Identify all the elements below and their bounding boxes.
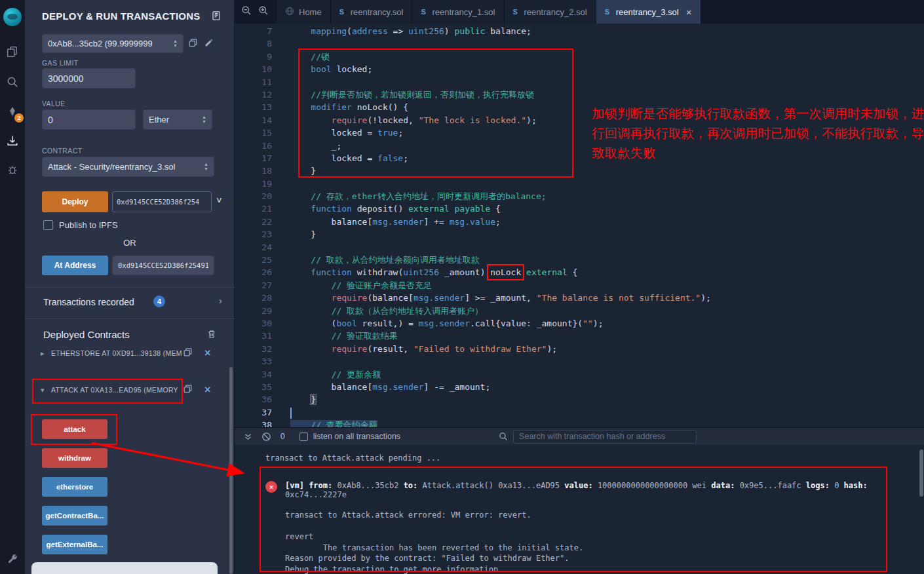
value-unit-select[interactable]: Ether ▲▼	[143, 109, 212, 130]
tab-reentrancy-sol[interactable]: Sreentrancy.sol	[331, 0, 413, 24]
debugger-icon[interactable]	[0, 159, 25, 181]
line-number: 8	[235, 37, 272, 50]
code-line: 10 bool locked;	[235, 63, 924, 75]
code-line: 36 }	[235, 393, 924, 406]
token: );	[701, 293, 711, 303]
publish-ipfs-checkbox[interactable]	[43, 220, 53, 230]
text-cursor	[290, 408, 292, 419]
at-address-input[interactable]	[112, 256, 214, 275]
token	[290, 52, 311, 62]
panel-title: DEPLOY & RUN TRANSACTIONS	[42, 10, 200, 22]
token: balance[	[290, 217, 372, 227]
code-editor[interactable]: 7 mapping(address => uint256) public bal…	[235, 24, 924, 427]
terminal-line	[285, 521, 924, 532]
token: withdraw(	[352, 267, 403, 277]
log-label: data:	[711, 481, 735, 490]
code-text: modifier noLock() {	[272, 101, 408, 113]
account-select[interactable]: 0xAb8...35cb2 (99.9999999 ▲▼	[42, 34, 183, 53]
line-number: 18	[235, 164, 272, 177]
sidebar-scrollbar[interactable]	[229, 367, 233, 574]
copy-address-icon[interactable]	[183, 347, 199, 359]
solidity-compiler-icon[interactable]: 2	[0, 101, 25, 123]
token: "Failed to withdraw Ether"	[414, 344, 547, 354]
deploy-button[interactable]: Deploy	[42, 191, 108, 212]
copy-address-icon[interactable]	[183, 384, 199, 396]
terminal-output[interactable]: transact to Attack.attack pending ... ✕ …	[235, 445, 924, 574]
token	[290, 280, 332, 290]
line-number: 25	[235, 254, 272, 266]
remix-logo[interactable]	[3, 8, 22, 26]
tab-reentrancy_2-sol[interactable]: Sreentrancy_2.sol	[505, 0, 596, 24]
file-explorer-icon[interactable]	[0, 41, 25, 63]
copy-account-icon[interactable]	[189, 38, 197, 50]
gas-limit-input[interactable]	[42, 68, 136, 88]
terminal-search-icon	[499, 432, 508, 441]
expand-icon[interactable]: ▸	[41, 349, 51, 358]
token: )	[444, 26, 455, 36]
contract-method-etherstore-button[interactable]: etherstore	[42, 477, 107, 497]
contract-label: CONTRACT	[42, 147, 83, 155]
token: function	[311, 267, 352, 277]
tab-reentrancy_3-sol[interactable]: Sreentrancy_3.sol×	[596, 0, 701, 24]
line-number: 12	[235, 88, 272, 101]
contract-select[interactable]: Attack - Security/reentrancy_3.sol ▲▼	[42, 157, 214, 177]
log-label: value:	[564, 481, 592, 490]
deployed-contract-item[interactable]: ▾ATTACK AT 0XA13...EAD95 (MEMORY×	[25, 380, 235, 400]
clear-console-icon[interactable]	[261, 432, 271, 442]
tab-bar: HomeSreentrancy.solSreentrancy_1.solSree…	[235, 0, 924, 24]
transactions-expand-icon[interactable]: ›	[219, 295, 222, 306]
remove-contract-icon[interactable]: ×	[204, 384, 210, 396]
transactions-count-badge: 4	[153, 296, 165, 307]
terminal-search-input[interactable]	[513, 430, 697, 444]
log-label: hash:	[844, 481, 868, 490]
expand-terminal-icon[interactable]	[244, 432, 252, 441]
token: "The lock is locked."	[419, 115, 526, 125]
unit-stepper-icon[interactable]: ▲▼	[202, 115, 206, 124]
edit-account-icon[interactable]	[204, 38, 213, 50]
search-icon[interactable]	[0, 71, 25, 93]
log-value: Attack.attack() 0xa13...eAD95	[417, 481, 564, 490]
plugin-manager-icon[interactable]	[0, 548, 25, 570]
remove-contract-icon[interactable]: ×	[204, 347, 210, 359]
contract-method-getexternalba-button[interactable]: getExternalBa...	[42, 535, 107, 554]
tab-home[interactable]: Home	[277, 0, 331, 24]
window-scrollbar[interactable]	[919, 450, 923, 497]
deploy-expand-icon[interactable]: ˅	[216, 195, 222, 206]
token	[290, 344, 332, 354]
log-value: 0xAb8...35cb2	[332, 481, 403, 490]
contract-method-withdraw-button[interactable]: withdraw	[42, 448, 107, 468]
token: locked =	[290, 128, 377, 138]
value-input[interactable]	[42, 109, 136, 130]
line-number: 37	[235, 406, 272, 419]
listen-transactions-checkbox[interactable]	[299, 432, 308, 441]
deploy-address-field[interactable]: 0xd9145CCE52D386f254	[112, 191, 212, 212]
trash-icon[interactable]	[207, 330, 216, 341]
contract-method-attack-button[interactable]: attack	[42, 419, 107, 439]
code-line: 23 }	[235, 228, 924, 240]
code-text	[272, 178, 290, 190]
tab-reentrancy_1-sol[interactable]: Sreentrancy_1.sol	[412, 0, 504, 24]
contract-method-getcontractba-button[interactable]: getContractBa...	[42, 506, 107, 526]
zoom-out-icon[interactable]	[241, 5, 252, 18]
deploy-run-icon[interactable]	[0, 130, 25, 152]
at-address-button[interactable]: At Address	[42, 256, 108, 275]
token: "The balance is not sufficient."	[537, 293, 701, 303]
token: ;	[398, 128, 403, 138]
vm-log-line[interactable]: [vm] from: 0xAb8...35cb2 to: Attack.atta…	[285, 481, 924, 499]
collapse-icon[interactable]: ▾	[41, 386, 51, 394]
deployed-contract-label: ATTACK AT 0XA13...EAD95 (MEMORY	[51, 386, 183, 394]
code-line: 32 require(result, "Failed to withdraw E…	[235, 343, 924, 355]
token: _amount)	[439, 267, 490, 277]
token: modifier	[311, 102, 352, 112]
contract-stepper-icon[interactable]: ▲▼	[204, 163, 208, 171]
docs-icon[interactable]	[211, 10, 221, 24]
token: true	[377, 128, 398, 138]
deployed-contract-item[interactable]: ▸ETHERSTORE AT 0XD91...39138 (MEM×	[25, 343, 235, 363]
account-stepper-icon[interactable]: ▲▼	[173, 39, 178, 48]
token: msg.sender	[372, 382, 423, 392]
zoom-in-icon[interactable]	[258, 5, 269, 18]
code-text	[272, 37, 290, 50]
low-level-input[interactable]	[31, 562, 218, 574]
close-tab-icon[interactable]: ×	[686, 7, 692, 18]
token: require	[332, 344, 368, 354]
